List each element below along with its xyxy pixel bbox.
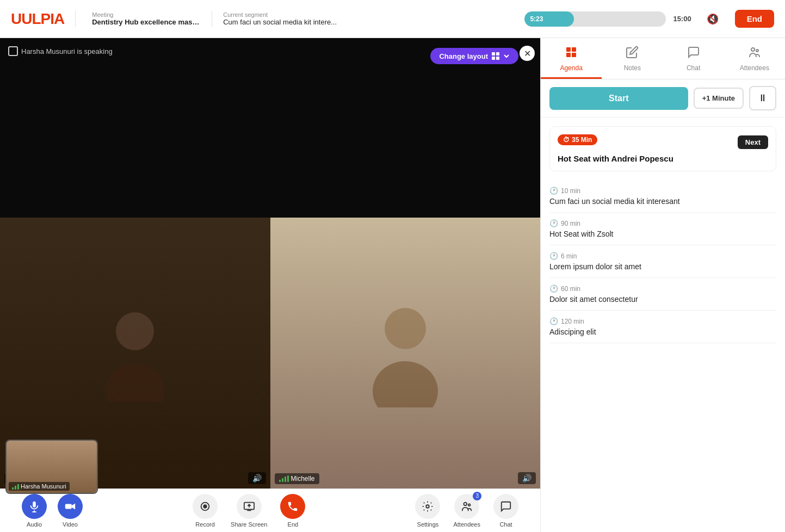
header-divider-2 [212,11,212,27]
elapsed-time: 5:23 [530,15,543,23]
toolbar-center: Record Share Screen [193,494,305,528]
pause-button[interactable]: ⏸ [749,86,776,110]
agenda-item-time-1: 🕐 10 min [549,187,776,195]
header: UULPIA Meeting Dentistry Hub excellence … [0,0,785,38]
minute-button[interactable]: +1 Minute [694,88,744,109]
svg-point-22 [751,48,755,51]
video-icon [58,494,83,519]
share-screen-label: Share Screen [231,521,267,528]
attendees-icon: 3 [454,494,479,519]
svg-point-23 [756,50,758,52]
record-svg-icon [199,500,211,512]
agenda-icon [565,46,578,59]
settings-button[interactable]: Settings [415,494,440,528]
agenda-item-3: 🕐 6 min Lorem ipsum dolor sit amet [549,245,776,278]
svg-point-16 [464,502,467,505]
audio-icon [22,494,47,519]
svg-point-6 [385,308,426,349]
person-silhouette-left [102,304,168,402]
chat-tab-bubble-icon [687,46,700,59]
video-feed-michelle [270,218,541,488]
attendees-button[interactable]: 3 Attendees [453,494,480,528]
record-button[interactable]: Record [193,494,218,528]
progress-container: 5:23 15:00 [524,11,691,27]
agenda-item-duration-4: 60 min [561,285,580,293]
audio-button[interactable]: Audio [22,494,47,528]
current-item-title: Hot Seat with Andrei Popescu [558,154,768,163]
svg-point-15 [427,505,430,508]
change-layout-label: Change layout [439,52,488,60]
svg-rect-0 [492,52,495,55]
svg-rect-2 [492,57,495,60]
signal-bar-s2 [15,486,16,490]
agenda-item-duration-2: 90 min [561,220,580,227]
agenda-item-duration-5: 120 min [561,318,584,325]
chevron-down-icon [503,53,510,59]
agenda-item-1: 🕐 10 min Cum faci un social media kit in… [549,180,776,213]
meeting-title: Dentistry Hub excellence mastercl... [92,18,201,26]
next-button[interactable]: Next [738,135,768,149]
main-content: Harsha Musunuri is speaking Change layou… [0,38,785,532]
tab-notes-label: Notes [624,64,641,72]
chat-toolbar-button[interactable]: Chat [493,494,518,528]
speaking-text: Harsha Musunuri is speaking [21,47,113,55]
signal-bar-s3 [17,484,19,490]
signal-bar-m3 [285,477,286,482]
sound-tag-harsha: 🔊 [248,472,266,484]
agenda-item-time-4: 🕐 60 min [549,284,776,293]
tab-agenda-label: Agenda [560,64,582,72]
agenda-item-title-1: Cum faci un social media kit interesant [549,197,776,206]
signal-bars-michelle [279,475,289,482]
video-top: Harsha Musunuri is speaking Change layou… [0,38,540,218]
timer-icon: ⏱ [563,136,570,144]
progress-fill: 5:23 [524,11,574,27]
tab-chat[interactable]: Chat [663,38,724,79]
header-segment: Current segment Cum faci un social media… [223,11,337,26]
change-layout-button[interactable]: Change layout [430,48,518,64]
participant-name-michelle: Michelle [291,475,315,482]
tab-agenda[interactable]: Agenda [541,38,602,79]
svg-rect-11 [65,504,72,509]
share-screen-svg-icon [243,500,255,512]
segment-title: Cum faci un social media kit intere... [223,18,337,26]
right-panel: Agenda Notes Chat [540,38,785,532]
agenda-item-4: 🕐 60 min Dolor sit amet consectetur [549,278,776,311]
signal-bar-s1 [12,487,14,490]
end-call-label: End [288,521,299,528]
tab-attendees-label: Attendees [740,64,769,72]
signal-bars-self [12,483,19,490]
end-button[interactable]: End [735,10,774,28]
settings-gear-icon [422,500,434,512]
record-label: Record [195,521,214,528]
chat-tab-icon [687,46,700,62]
video-button[interactable]: Video [58,494,83,528]
clock-icon-5: 🕐 [549,317,558,325]
header-meeting: Meeting Dentistry Hub excellence masterc… [92,11,201,26]
svg-point-7 [373,361,438,407]
tab-notes[interactable]: Notes [602,38,663,79]
tab-attendees[interactable]: Attendees [724,38,785,79]
toolbar-right: Settings 3 Attendees [415,494,518,528]
svg-point-13 [203,504,207,508]
settings-icon [415,494,440,519]
svg-rect-19 [572,47,576,52]
mute-button[interactable]: 🔇 [707,13,719,25]
panel-controls: Start +1 Minute ⏸ [541,79,785,117]
agenda-item-title-4: Dolor sit amet consectetur [549,295,776,304]
app-logo: UULPIA [11,10,64,28]
panel-tabs: Agenda Notes Chat [541,38,785,79]
record-icon [193,494,218,519]
meeting-label: Meeting [92,11,201,18]
segment-label: Current segment [223,11,337,18]
close-overlay-button[interactable]: ✕ [520,46,535,61]
start-button[interactable]: Start [549,87,688,110]
agenda-item-5: 🕐 120 min Adisciping elit [549,311,776,343]
share-screen-button[interactable]: Share Screen [231,494,267,528]
attendees-label: Attendees [453,521,480,528]
mute-icon: 🔇 [707,13,719,25]
notes-pencil-icon [626,46,639,59]
end-call-button[interactable]: End [280,494,305,528]
share-screen-icon [237,494,262,519]
logo-text: ULPIA [21,10,64,27]
attendees-tab-people-icon [748,46,761,59]
